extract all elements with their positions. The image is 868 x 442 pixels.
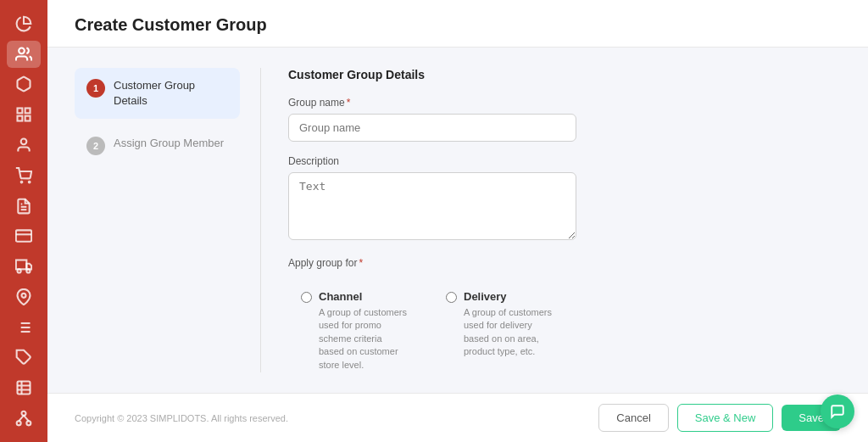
radio-delivery-title: Delivery xyxy=(464,290,552,303)
form-section-title: Customer Group Details xyxy=(288,68,841,81)
svg-point-5 xyxy=(21,139,27,145)
page-header: Create Customer Group xyxy=(47,0,868,48)
svg-rect-3 xyxy=(25,116,31,121)
step-1-label: Customer Group Details xyxy=(114,78,228,109)
description-field: Description xyxy=(288,155,841,243)
svg-rect-10 xyxy=(16,231,31,242)
svg-point-25 xyxy=(22,411,26,416)
svg-point-27 xyxy=(26,421,31,425)
card-icon[interactable] xyxy=(7,222,41,249)
radio-delivery-desc: A group of customers used for delivery b… xyxy=(464,306,552,359)
group-name-field: Group name* xyxy=(288,97,841,142)
step-1[interactable]: 1 Customer Group Details xyxy=(75,68,240,119)
radio-channel-content: Channel A group of customers used for pr… xyxy=(319,290,407,372)
radio-channel[interactable]: Channel A group of customers used for pr… xyxy=(288,279,420,383)
footer: Copyright © 2023 SIMPLIDOTS. All rights … xyxy=(47,393,868,442)
chart-icon[interactable] xyxy=(7,10,41,37)
apply-group-field: Apply group for* Channel A group of cust… xyxy=(288,257,841,393)
chat-bubble[interactable] xyxy=(821,394,854,428)
radio-delivery-content: Delivery A group of customers used for d… xyxy=(464,290,552,359)
apply-group-label: Apply group for* xyxy=(288,257,841,269)
svg-rect-24 xyxy=(18,382,31,394)
radio-channel-title: Channel xyxy=(319,290,407,303)
network-icon[interactable] xyxy=(7,405,41,432)
group-name-label: Group name* xyxy=(288,97,841,109)
person-icon[interactable] xyxy=(7,131,41,159)
form-panel: Customer Group Details Group name* Descr… xyxy=(261,68,841,372)
pin-icon[interactable] xyxy=(7,283,41,311)
box-icon[interactable] xyxy=(7,71,41,98)
svg-point-6 xyxy=(21,181,23,182)
svg-rect-12 xyxy=(16,260,26,270)
svg-point-15 xyxy=(26,269,30,272)
cancel-button[interactable]: Cancel xyxy=(598,404,668,432)
svg-rect-1 xyxy=(18,109,23,114)
grid-icon[interactable] xyxy=(7,101,41,128)
truck-icon[interactable] xyxy=(7,253,41,280)
svg-point-7 xyxy=(29,181,31,182)
radio-delivery[interactable]: Delivery A group of customers used for d… xyxy=(433,279,565,383)
save-new-button[interactable]: Save & New xyxy=(677,404,774,432)
table-icon[interactable] xyxy=(7,374,41,401)
svg-line-29 xyxy=(24,416,29,422)
puzzle-icon[interactable] xyxy=(7,344,41,372)
step-2-label: Assign Group Member xyxy=(114,136,224,151)
svg-rect-4 xyxy=(18,116,23,121)
group-name-input[interactable] xyxy=(288,114,576,142)
svg-point-0 xyxy=(19,48,25,53)
svg-point-26 xyxy=(17,421,21,425)
svg-line-28 xyxy=(19,416,24,422)
description-input[interactable] xyxy=(288,172,576,240)
svg-point-14 xyxy=(18,269,21,272)
users-icon[interactable] xyxy=(7,41,41,68)
radio-group: Channel A group of customers used for pr… xyxy=(288,279,841,393)
svg-point-16 xyxy=(22,294,26,298)
radio-channel-input[interactable] xyxy=(301,292,312,303)
step-1-number: 1 xyxy=(86,79,105,98)
main-content: Create Customer Group 1 Customer Group D… xyxy=(47,0,868,442)
steps-panel: 1 Customer Group Details 2 Assign Group … xyxy=(75,68,261,372)
radio-channel-desc: A group of customers used for promo sche… xyxy=(319,306,407,372)
content-area: 1 Customer Group Details 2 Assign Group … xyxy=(47,48,868,393)
list-icon[interactable] xyxy=(7,314,41,341)
sidebar xyxy=(0,0,47,442)
page-title: Create Customer Group xyxy=(75,15,841,35)
step-2[interactable]: 2 Assign Group Member xyxy=(75,126,240,165)
radio-delivery-input[interactable] xyxy=(446,292,457,303)
cart-icon[interactable] xyxy=(7,162,41,189)
svg-marker-13 xyxy=(26,264,31,270)
report-icon[interactable] xyxy=(7,193,41,220)
svg-rect-2 xyxy=(25,109,31,114)
footer-actions: Cancel Save & New Save xyxy=(598,404,841,432)
step-2-number: 2 xyxy=(86,137,105,155)
footer-copyright: Copyright © 2023 SIMPLIDOTS. All rights … xyxy=(75,413,288,423)
description-label: Description xyxy=(288,155,841,167)
